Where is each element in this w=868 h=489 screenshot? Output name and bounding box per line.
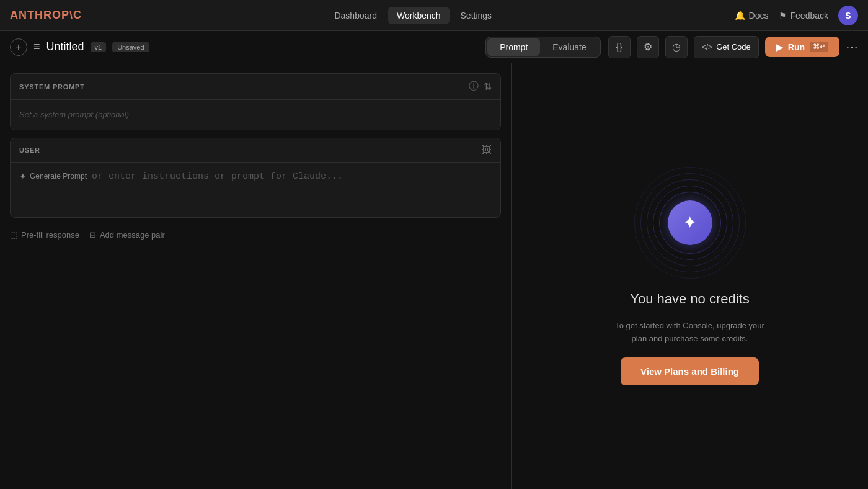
braces-button[interactable]: {} (608, 36, 631, 58)
generate-prompt-label: Generate Prompt (30, 172, 87, 181)
prompt-evaluate-tabs: Prompt Evaluate (485, 37, 601, 58)
bottom-actions: ⬚ Pre-fill response ⊟ Add message pair (10, 225, 501, 244)
sliders-icon: ⚙ (644, 41, 652, 53)
response-panel: ✦ You have no credits To get started wit… (512, 63, 868, 489)
braces-icon: {} (616, 42, 622, 53)
docs-label: Docs (749, 11, 769, 20)
toolbar-right: {} ⚙ ◷ </> Get Code ▶ Run ⌘↵ ⋯ (608, 36, 858, 58)
nav-right-actions: 🔔 Docs ⚑ Feedback S (735, 6, 858, 25)
tab-prompt[interactable]: Prompt (487, 38, 540, 56)
get-code-button[interactable]: </> Get Code (694, 36, 759, 58)
history-button[interactable]: ◷ (665, 36, 688, 58)
history-icon: ◷ (672, 41, 681, 53)
system-prompt-label: SYSTEM PROMPT (19, 83, 85, 91)
code-icon: </> (702, 43, 712, 52)
nav-dashboard[interactable]: Dashboard (326, 7, 386, 24)
pre-fill-response-button[interactable]: ⬚ Pre-fill response (10, 230, 79, 240)
generate-icon: ✦ (19, 171, 27, 181)
pre-fill-label: Pre-fill response (21, 230, 79, 240)
image-icon[interactable]: 🖼 (482, 145, 492, 156)
nav-settings[interactable]: Settings (452, 7, 501, 24)
user-section-body: ✦ Generate Prompt or enter instructions … (11, 163, 500, 217)
system-prompt-body[interactable]: Set a system prompt (optional) (11, 100, 500, 130)
unsaved-badge: Unsaved (112, 42, 149, 52)
generate-prompt-button[interactable]: ✦ Generate Prompt (19, 171, 87, 181)
top-navigation: ANTHROP\C Dashboard Workbench Settings 🔔… (0, 0, 868, 31)
list-icon: ≡ (33, 40, 40, 53)
list-button[interactable]: ≡ (33, 40, 40, 53)
sparkle-animation: ✦ (634, 167, 746, 279)
plus-icon: + (16, 42, 21, 53)
system-prompt-placeholder: Set a system prompt (optional) (19, 110, 129, 119)
add-message-pair-button[interactable]: ⊟ Add message pair (89, 230, 165, 240)
nav-workbench[interactable]: Workbench (388, 7, 450, 24)
add-button[interactable]: + (10, 38, 27, 56)
more-icon: ⋯ (846, 40, 858, 54)
prompt-title: Untitled (46, 40, 84, 53)
user-input-area: ✦ Generate Prompt or enter instructions … (19, 171, 492, 209)
play-icon: ▶ (776, 42, 783, 52)
system-prompt-section: SYSTEM PROMPT ⓘ ⇅ Set a system prompt (o… (10, 73, 501, 130)
sliders-button[interactable]: ⚙ (637, 36, 659, 58)
feedback-button[interactable]: ⚑ Feedback (779, 11, 828, 20)
chevrons-icon[interactable]: ⇅ (484, 81, 492, 92)
pre-fill-icon: ⬚ (10, 230, 17, 240)
tab-evaluate[interactable]: Evaluate (540, 38, 598, 56)
run-label: Run (788, 42, 805, 52)
system-prompt-header: SYSTEM PROMPT ⓘ ⇅ (11, 74, 500, 100)
docs-button[interactable]: 🔔 Docs (735, 11, 769, 20)
version-badge: v1 (91, 42, 107, 52)
system-prompt-actions: ⓘ ⇅ (469, 80, 492, 93)
nav-links: Dashboard Workbench Settings (107, 7, 720, 24)
more-button[interactable]: ⋯ (846, 40, 858, 55)
run-button[interactable]: ▶ Run ⌘↵ (765, 37, 839, 57)
sparkle-circle: ✦ (668, 200, 712, 245)
sparkle-icon: ✦ (683, 212, 697, 233)
user-section-actions: 🖼 (482, 145, 492, 156)
no-credits-subtitle: To get started with Console, upgrade you… (609, 320, 771, 346)
user-avatar[interactable]: S (838, 6, 858, 25)
add-message-icon: ⊟ (89, 230, 96, 240)
get-code-label: Get Code (716, 42, 751, 52)
no-credits-container: ✦ You have no credits To get started wit… (609, 167, 771, 386)
anthropic-logo: ANTHROP\C (10, 9, 82, 22)
feedback-label: Feedback (790, 11, 828, 20)
feedback-icon: ⚑ (779, 11, 787, 20)
run-shortcut: ⌘↵ (810, 42, 828, 52)
info-icon[interactable]: ⓘ (469, 80, 479, 93)
prompt-editor-panel: SYSTEM PROMPT ⓘ ⇅ Set a system prompt (o… (0, 63, 512, 489)
user-input-placeholder[interactable]: or enter instructions or prompt for Clau… (92, 171, 343, 182)
no-credits-title: You have no credits (630, 291, 749, 307)
user-section-header: USER 🖼 (11, 138, 500, 163)
user-label: USER (19, 146, 40, 154)
user-section: USER 🖼 ✦ Generate Prompt or enter instru… (10, 138, 501, 218)
workbench-toolbar: + ≡ Untitled v1 Unsaved Prompt Evaluate … (0, 31, 868, 63)
view-plans-button[interactable]: View Plans and Billing (621, 357, 759, 385)
add-message-label: Add message pair (100, 230, 165, 240)
main-area: SYSTEM PROMPT ⓘ ⇅ Set a system prompt (o… (0, 63, 868, 489)
toolbar-left: + ≡ Untitled v1 Unsaved (10, 38, 478, 56)
docs-icon: 🔔 (735, 11, 745, 20)
